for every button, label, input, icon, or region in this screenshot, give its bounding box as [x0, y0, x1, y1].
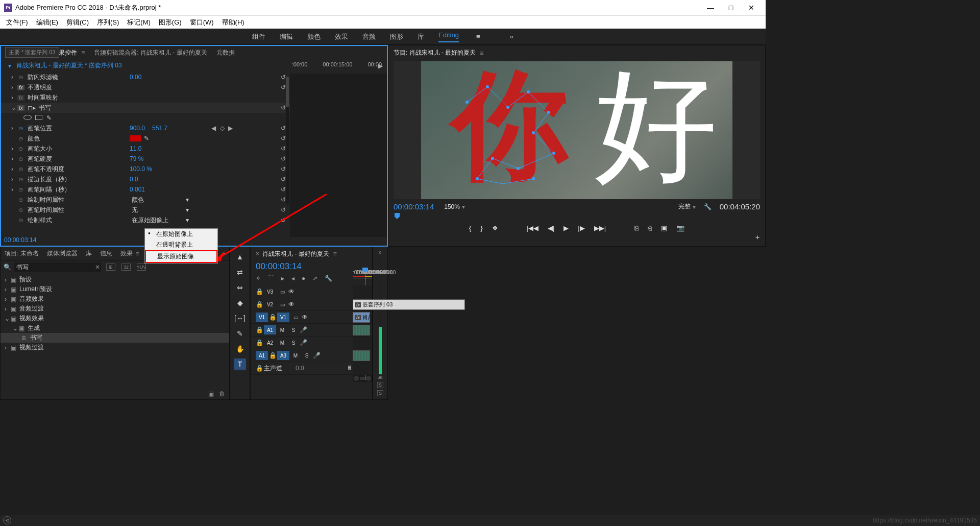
tree-generate[interactable]: ⌄▣生成	[1, 323, 229, 333]
play-icon[interactable]: ▶	[564, 224, 569, 232]
type-tool-icon[interactable]: T	[234, 358, 246, 370]
dd-option-on-transparent[interactable]: 在透明背景上	[145, 240, 217, 250]
prop-brush-opacity[interactable]: ›◷ 画笔不透明度 100.0 % ↺	[1, 164, 291, 174]
linked-sel-icon[interactable]: ⌒	[268, 274, 274, 282]
dd-paint-style[interactable]: 在原始图像上▾	[130, 216, 191, 225]
prop-color[interactable]: ›◷ 颜色 ✎ ↺	[1, 133, 291, 144]
lift-icon[interactable]: ⎘	[634, 224, 639, 232]
clip-main-video[interactable]: fx肖战宋祖儿 - 最好的夏天.mp4 [V]	[353, 312, 370, 323]
tree-video-fx[interactable]: ⌄▣视频效果	[1, 314, 229, 323]
val-brush-pos-y[interactable]: 551.7	[152, 125, 167, 132]
add-marker-icon[interactable]: ❖	[492, 224, 498, 232]
prop-opacity[interactable]: ›fx 不透明度 ↺	[1, 82, 291, 92]
menu-help[interactable]: 帮助(H)	[218, 18, 249, 27]
snap-icon[interactable]: ✧	[256, 275, 261, 282]
selection-tool-icon[interactable]: ▲	[234, 251, 246, 262]
ws-overflow-icon[interactable]: »	[510, 33, 513, 40]
menu-marker[interactable]: 标记(M)	[123, 18, 155, 27]
motion-path-overlay[interactable]	[457, 77, 569, 194]
menu-sequence[interactable]: 序列(S)	[93, 18, 123, 27]
reset-icon[interactable]: ↺	[281, 145, 286, 152]
track-v1[interactable]: V1🔒V1▭👁	[251, 311, 353, 324]
tab-info[interactable]: 信息	[100, 249, 112, 258]
reset-icon[interactable]: ↺	[281, 84, 286, 91]
prop-paint-time[interactable]: ›◷ 绘制时间属性 颜色▾ ↺	[1, 195, 291, 205]
ellipse-mask-icon[interactable]	[23, 115, 32, 120]
pen-mask-icon[interactable]: ✎	[46, 114, 52, 122]
keyframe-nav[interactable]: ◀ ◇ ▶	[211, 125, 234, 132]
tl-horizontal-scroll[interactable]	[353, 375, 372, 382]
track-a1[interactable]: 🔒A1MS🎤	[251, 324, 353, 337]
menu-window[interactable]: 窗口(W)	[186, 18, 218, 27]
val-brush-pos-x[interactable]: 900.0	[130, 125, 145, 132]
fx-badge-accel[interactable]: ⊞	[106, 264, 115, 271]
ec-master-clip[interactable]: 主要 * 嵌套序列 03	[5, 47, 59, 58]
prog-scrubber[interactable]	[395, 213, 759, 221]
track-v3[interactable]: 🔒V3▭👁	[251, 285, 353, 298]
menu-edit[interactable]: 编辑(E)	[32, 18, 62, 27]
ws-graphics[interactable]: 图形	[390, 32, 403, 41]
prog-zoom-dropdown[interactable]: 150%▾	[444, 203, 465, 210]
tree-write-effect[interactable]: 🗎书写	[1, 333, 229, 343]
timeline-clip-area[interactable]: fx嵌套序列 03 fx肖战宋祖儿 - 最好的夏天.mp4 [V]	[353, 285, 372, 375]
close-button[interactable]: ✕	[741, 4, 762, 12]
prog-tc-in[interactable]: 00:00:03:14	[394, 202, 434, 211]
val-stroke-len[interactable]: 0.0	[130, 176, 138, 183]
prop-stroke-length[interactable]: ›◷ 描边长度（秒） 0.0 ↺	[1, 174, 291, 184]
tab-metadata[interactable]: 元数据	[216, 49, 235, 57]
prop-timeremap[interactable]: ›fx 时间重映射	[1, 92, 291, 103]
marker-icon[interactable]: ●	[302, 275, 305, 282]
solo-toggle-2[interactable]: S	[377, 390, 383, 396]
dd-option-show-original[interactable]: 显示原始图像	[145, 250, 217, 263]
prop-write-effect[interactable]: ⌄fx ◻▸ 书写 ↺	[1, 103, 291, 113]
clip-audio-a1[interactable]	[353, 325, 370, 336]
fx-badge-32[interactable]: 32	[121, 264, 131, 271]
wrench-icon[interactable]: 🔧	[325, 275, 332, 282]
maximize-button[interactable]: □	[721, 4, 741, 12]
reset-icon[interactable]: ↺	[281, 206, 286, 213]
mark-in-icon[interactable]: {	[469, 224, 471, 232]
tree-audio-trans[interactable]: ›▣音频过渡	[1, 304, 229, 314]
tl-panel-menu-icon[interactable]: ≡	[333, 250, 337, 257]
val-brush-gap[interactable]: 0.001	[130, 186, 145, 193]
step-back-icon[interactable]: ◀|	[548, 224, 554, 232]
tab-library[interactable]: 库	[86, 249, 92, 258]
ec-timecode[interactable]: 00:00:03:14	[4, 236, 36, 244]
step-forward-icon[interactable]: |▶	[578, 224, 584, 232]
trash-icon[interactable]: 🗑	[219, 390, 225, 397]
prop-brush-hardness[interactable]: ›◷ 画笔硬度 79 % ↺	[1, 154, 291, 164]
reset-icon[interactable]: ↺	[281, 217, 286, 224]
settings2-icon[interactable]: ↗	[312, 275, 317, 282]
clip-audio-a3[interactable]	[353, 350, 370, 361]
tab-media-browser[interactable]: 媒体浏览器	[47, 249, 78, 258]
menu-graphics[interactable]: 图形(G)	[155, 18, 186, 27]
reset-icon[interactable]: ↺	[281, 125, 286, 132]
val-antiflicker[interactable]: 0.00	[130, 74, 141, 81]
pen-tool-icon[interactable]: ✎	[234, 328, 246, 339]
reset-icon[interactable]: ↺	[281, 196, 286, 203]
fx-badge-yuv[interactable]: YUV	[137, 264, 146, 271]
prop-brush-gap[interactable]: ›◷ 画笔间隔（秒） 0.001 ↺	[1, 184, 291, 195]
go-to-out-icon[interactable]: ▶▶|	[594, 224, 606, 232]
reset-icon[interactable]: ↺	[281, 74, 286, 81]
timeline-ruler[interactable]: :00:00 00:00:15:00 00:00:30:00 00:00:45:…	[353, 268, 372, 279]
ripple-tool-icon[interactable]: ⇔	[234, 282, 246, 293]
menu-clip[interactable]: 剪辑(C)	[62, 18, 93, 27]
tree-video-trans[interactable]: ›▣视频过渡	[1, 343, 229, 352]
ec-panel-menu-icon[interactable]: ≡	[81, 49, 85, 56]
menu-file[interactable]: 文件(F)	[2, 18, 32, 27]
ws-editing-en[interactable]: Editing	[438, 31, 459, 42]
val-brush-size[interactable]: 11.0	[130, 145, 141, 152]
clip-nested-seq[interactable]: fx嵌套序列 03	[353, 299, 465, 310]
prop-write-masks[interactable]: ✎	[1, 113, 291, 123]
overwrite-icon[interactable]: ◂	[291, 275, 295, 282]
slip-tool-icon[interactable]: [↔]	[234, 313, 246, 324]
ec-keyframe-area[interactable]	[290, 74, 387, 237]
track-mix[interactable]: 🔒主声道0.0🎚	[251, 362, 353, 375]
reset-icon[interactable]: ↺	[281, 186, 286, 193]
mark-out-icon[interactable]: }	[480, 224, 482, 232]
effects-search-input[interactable]	[14, 262, 101, 272]
bl-panel-menu-icon[interactable]: ≡	[136, 250, 139, 257]
razor-tool-icon[interactable]: ◆	[234, 297, 246, 308]
rect-mask-icon[interactable]	[35, 115, 42, 120]
